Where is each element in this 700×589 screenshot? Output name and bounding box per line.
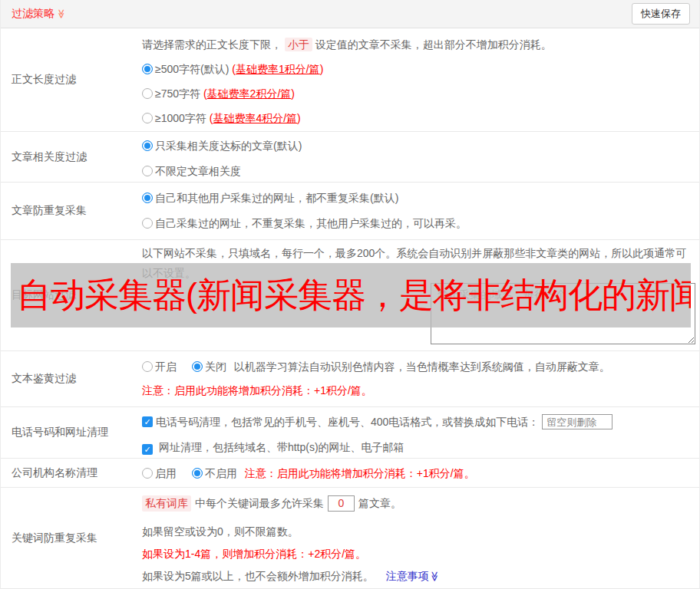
porn-option-on[interactable]: 开启 (142, 360, 177, 373)
keyword-dedup-label: 关键词防重复采集 (1, 488, 142, 588)
length-option-750[interactable]: ≥750字符 (基础费率2积分/篇) (142, 87, 693, 101)
page-title: 过滤策略 (12, 7, 54, 19)
option-label: 关闭 (205, 360, 226, 373)
radio-selected-icon[interactable] (142, 140, 153, 151)
url-clean-text: 网址清理，包括纯域名、带http(s)的网址、电子邮箱 (159, 441, 404, 453)
note-underlined: 基础费率2积分/篇 (207, 87, 292, 100)
row-article-dedup: 文章防重复采集 自己和其他用户采集过的网址，都不重复采集(默认) 自己采集过的网… (1, 183, 699, 240)
notice-link-label: 注意事项 (386, 570, 429, 582)
radio-unselected-icon[interactable] (142, 361, 153, 372)
company-clean-options: 启用 不启用 注意：启用此功能将增加积分消耗：+1积分/篇。 (142, 466, 693, 481)
dedup-option-global[interactable]: 自己和其他用户采集过的网址，都不重复采集(默认) (142, 191, 693, 206)
keyword-note-zero: 如果留空或设为0，则不限篇数。 (142, 525, 693, 539)
radio-selected-icon[interactable] (142, 192, 153, 203)
note-underlined: 基础费率1积分/篇 (236, 63, 320, 75)
keyword-limit-line: 私有词库 中每个关键词最多允许采集 篇文章。 (142, 495, 693, 512)
chevron-double-down-icon: ≫ (428, 571, 442, 582)
intro-text-before: 请选择需求的正文长度下限， (142, 38, 282, 51)
porn-filter-cost-note: 注意：启用此功能将增加积分消耗：+1积分/篇。 (142, 383, 693, 398)
intro-text-after: 设定值的文章不采集，超出部分不增加积分消耗。 (315, 38, 552, 51)
option-label: 不启用 (205, 467, 237, 479)
relevance-option-any[interactable]: 不限定文章相关度 (142, 164, 693, 179)
company-option-disable[interactable]: 不启用 (192, 467, 237, 479)
option-label: 自己和其他用户采集过的网址，都不重复采集(默认) (155, 192, 398, 204)
option-label: 只采集相关度达标的文章(默认) (155, 140, 302, 152)
quick-save-button[interactable]: 快速保存 (632, 3, 690, 25)
row-relevance-filter: 文章相关度过滤 只采集相关度达标的文章(默认) 不限定文章相关度 (1, 132, 699, 183)
radio-unselected-icon[interactable] (142, 88, 153, 99)
checkbox-checked-icon[interactable]: ✓ (142, 416, 153, 427)
phone-clean-text: 电话号码清理，包括常见的手机号、座机号、400电话格式，或替换成如下电话： (156, 415, 539, 429)
radio-unselected-icon[interactable] (142, 218, 153, 229)
keyword-note-cost: 如果设为1-4篇，则增加积分消耗：+2积分/篇。 (142, 547, 693, 561)
url-clean-option[interactable]: ✓ 网址清理，包括纯域名、带http(s)的网址、电子邮箱 (142, 440, 693, 455)
row-porn-filter: 文本鉴黄过滤 开启 关闭 以机器学习算法自动识别色情内容，当色情概率达到系统阈值… (1, 351, 699, 407)
keyword-note-five-text: 如果设为5篇或以上，也不会额外增加积分消耗。 (142, 570, 374, 582)
porn-option-off[interactable]: 关闭 (192, 360, 226, 373)
private-lexicon-tag[interactable]: 私有词库 (142, 495, 191, 512)
fee-note: (基础费率4积分/篇) (210, 112, 301, 124)
radio-unselected-icon[interactable] (142, 468, 153, 479)
row-phone-url-clean: 电话号码和网址清理 ✓ 电话号码清理，包括常见的手机号、座机号、400电话格式，… (1, 407, 699, 459)
chevron-double-down-icon: ≫ (56, 9, 67, 19)
length-filter-label: 正文长度过滤 (1, 28, 142, 131)
fee-note: (基础费率2积分/篇) (203, 87, 295, 100)
length-option-1000[interactable]: ≥1000字符 (基础费率4积分/篇) (142, 111, 693, 126)
company-clean-cost-note: 注意：启用此功能将增加积分消耗：+1积分/篇。 (245, 467, 475, 479)
phone-url-clean-label: 电话号码和网址清理 (1, 407, 142, 458)
relevance-filter-label: 文章相关度过滤 (1, 132, 142, 182)
note-close: ) (297, 112, 301, 124)
dedup-option-self-only[interactable]: 自己采集过的网址，不重复采集，其他用户采集过的，可以再采。 (142, 216, 693, 231)
option-label: ≥1000字符 (155, 112, 206, 124)
option-label: 启用 (155, 467, 177, 479)
notice-link[interactable]: 注意事项≫ (386, 570, 441, 582)
watermark-overlay: 自动采集器(新闻采集器，是将非结构化的新闻 (11, 263, 691, 327)
porn-filter-label: 文本鉴黄过滤 (1, 351, 142, 406)
option-label: 自己采集过的网址，不重复采集，其他用户采集过的，可以再采。 (155, 217, 467, 229)
keyword-limit-text: 中每个关键词最多允许采集 (195, 496, 324, 511)
company-clean-label: 公司机构名称清理 (1, 459, 142, 487)
relevance-option-strict[interactable]: 只采集相关度达标的文章(默认) (142, 139, 693, 153)
option-label: 不限定文章相关度 (155, 165, 241, 177)
radio-selected-icon[interactable] (142, 64, 153, 74)
checkbox-checked-icon[interactable]: ✓ (142, 444, 153, 455)
fee-note: (基础费率1积分/篇) (232, 63, 323, 75)
porn-filter-options: 开启 关闭 以机器学习算法自动识别色情内容，当色情概率达到系统阈值，自动屏蔽文章… (142, 360, 693, 374)
row-keyword-dedup: 关键词防重复采集 私有词库 中每个关键词最多允许采集 篇文章。 如果留空或设为0… (1, 488, 699, 589)
length-option-500[interactable]: ≥500字符(默认) (基础费率1积分/篇) (142, 62, 693, 77)
filter-strategy-page: 过滤策略≫ 快速保存 正文长度过滤 请选择需求的正文长度下限， 小于 设定值的文… (0, 0, 700, 589)
article-dedup-label: 文章防重复采集 (1, 183, 142, 239)
option-label: ≥500字符(默认) (155, 63, 229, 75)
note-underlined: 基础费率4积分/篇 (213, 112, 297, 124)
intro-highlight-lessthan: 小于 (285, 38, 312, 51)
radio-selected-icon[interactable] (192, 468, 203, 479)
keyword-limit-input[interactable] (328, 495, 355, 512)
length-filter-intro: 请选择需求的正文长度下限， 小于 设定值的文章不采集，超出部分不增加积分消耗。 (142, 38, 693, 52)
radio-unselected-icon[interactable] (142, 113, 153, 123)
radio-unselected-icon[interactable] (142, 166, 153, 176)
phone-clean-option[interactable]: ✓ 电话号码清理，包括常见的手机号、座机号、400电话格式，或替换成如下电话： (142, 413, 693, 430)
section-header: 过滤策略≫ 快速保存 (1, 0, 699, 28)
replacement-phone-input[interactable] (542, 414, 612, 429)
watermark-text: 自动采集器(新闻采集器，是将非结构化的新闻 (11, 272, 691, 318)
keyword-limit-unit: 篇文章。 (358, 496, 401, 511)
option-label: 开启 (155, 360, 177, 373)
note-close: ) (291, 87, 295, 100)
note-close: ) (320, 63, 324, 75)
option-label: ≥750字符 (155, 87, 200, 100)
radio-selected-icon[interactable] (192, 361, 203, 372)
company-option-enable[interactable]: 启用 (142, 467, 177, 479)
section-title-group[interactable]: 过滤策略≫ (12, 7, 67, 21)
keyword-note-five: 如果设为5篇或以上，也不会额外增加积分消耗。 注意事项≫ (142, 569, 693, 584)
porn-filter-desc: 以机器学习算法自动识别色情内容，当色情概率达到系统阈值，自动屏蔽文章。 (234, 360, 610, 373)
row-company-clean: 公司机构名称清理 启用 不启用 注意：启用此功能将增加积分消耗：+1积分/篇。 (1, 459, 699, 488)
row-length-filter: 正文长度过滤 请选择需求的正文长度下限， 小于 设定值的文章不采集，超出部分不增… (1, 28, 699, 132)
